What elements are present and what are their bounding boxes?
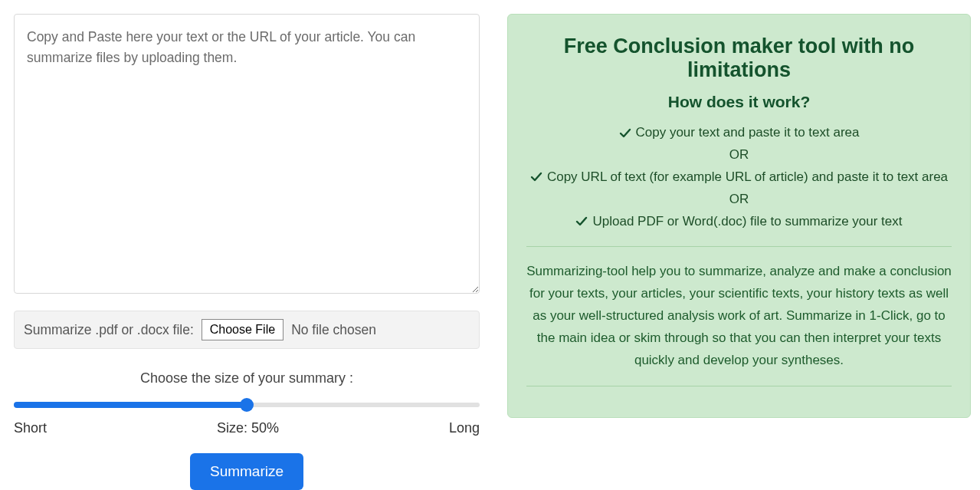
info-card: Free Conclusion maker tool with no limit… — [507, 14, 971, 418]
info-steps: Copy your text and paste it to text area… — [526, 122, 952, 232]
or-1: OR — [526, 144, 952, 166]
divider — [526, 246, 952, 247]
info-title: Free Conclusion maker tool with no limit… — [526, 35, 952, 82]
info-body: Summarizing-tool help you to summarize, … — [526, 261, 952, 371]
step-2: Copy URL of text (for example URL of art… — [547, 169, 948, 184]
check-icon — [619, 127, 631, 140]
slider-size-label: Size: 50% — [47, 420, 449, 436]
step-3: Upload PDF or Word(.doc) file to summari… — [592, 214, 902, 229]
file-upload-bar: Summarize .pdf or .docx file: Choose Fil… — [14, 311, 480, 349]
summarize-button[interactable]: Summarize — [190, 453, 303, 490]
size-slider[interactable] — [14, 399, 480, 411]
slider-fill — [14, 402, 247, 408]
check-icon — [530, 171, 542, 183]
text-input[interactable] — [14, 14, 480, 294]
choose-file-button[interactable]: Choose File — [202, 319, 284, 340]
or-2: OR — [526, 189, 952, 211]
slider-short-label: Short — [14, 420, 47, 436]
left-panel: Summarize .pdf or .docx file: Choose Fil… — [14, 14, 480, 490]
slider-long-label: Long — [449, 420, 480, 436]
step-1: Copy your text and paste it to text area — [636, 125, 860, 140]
size-title: Choose the size of your summary : — [14, 370, 480, 386]
file-upload-label: Summarize .pdf or .docx file: — [24, 322, 194, 338]
check-icon — [575, 215, 588, 228]
slider-thumb[interactable] — [240, 398, 254, 412]
info-subtitle: How does it work? — [526, 93, 952, 111]
file-status: No file chosen — [291, 322, 376, 338]
divider — [526, 386, 952, 386]
